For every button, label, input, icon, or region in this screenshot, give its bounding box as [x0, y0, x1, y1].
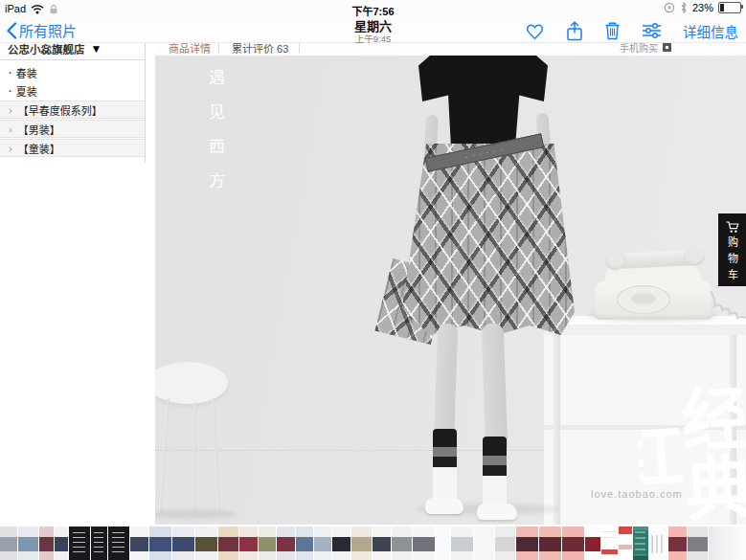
bluetooth-icon	[680, 2, 688, 13]
chevron-right-icon: ›	[9, 123, 12, 135]
photo-thumbnail[interactable]	[130, 526, 148, 560]
photo-thumbnail[interactable]	[259, 526, 276, 560]
chevron-right-icon: ›	[9, 143, 12, 154]
photo-thumbnail[interactable]	[495, 526, 515, 560]
photo-thumbnail[interactable]	[18, 526, 38, 560]
photo-thumbnail[interactable]	[601, 526, 618, 560]
strip-fade	[709, 526, 746, 560]
photo-thumbnail[interactable]	[688, 526, 708, 560]
chevron-right-icon: ›	[9, 104, 12, 116]
photo-thumbnail[interactable]	[619, 526, 632, 560]
photo-thumbnail[interactable]	[149, 526, 171, 560]
photo-thumbnail[interactable]	[451, 526, 473, 560]
status-bar: iPad 下午7:56 23%	[0, 0, 746, 19]
ipad-photos-app: iPad 下午7:56 23%	[0, 0, 746, 560]
chair-leg	[159, 398, 170, 513]
status-time: 下午7:56	[0, 3, 746, 18]
striped-sock	[433, 429, 457, 505]
calligraphy-text: 经典红	[634, 361, 746, 525]
table-leg	[554, 335, 560, 525]
photo-thumbnail[interactable]	[436, 526, 450, 560]
photo-thumbnail[interactable]	[649, 526, 667, 560]
photo-thumbnail[interactable]	[0, 526, 17, 560]
sidebar-divider	[145, 38, 146, 163]
sidebar-item-category[interactable]: ·夏装	[0, 82, 145, 100]
share-icon[interactable]	[566, 21, 583, 41]
photo-thumbnail[interactable]	[39, 526, 54, 560]
plaid-skirt	[402, 144, 575, 335]
cart-label: 购物车	[725, 236, 740, 285]
photo-thumbnail[interactable]	[562, 526, 584, 560]
hero-image: 遇见西方 ▽	[155, 56, 746, 525]
photo-thumbnail[interactable]	[413, 526, 435, 560]
nav-bar: 所有照片 星期六 上午9:45 详细信息	[0, 19, 746, 43]
chair-shadow	[155, 509, 237, 519]
photo-viewer-content[interactable]: 公忠小惢旗舰店 ▼ ·春装·夏装›【早春度假系列】›【男装】›【童装】 商品详情…	[0, 36, 746, 525]
photo-thumbnail[interactable]	[277, 526, 295, 560]
chair-leg	[193, 402, 196, 515]
thumbnail-strip[interactable]	[0, 525, 746, 560]
white-sneaker	[425, 498, 463, 514]
photo-thumbnail[interactable]	[633, 526, 648, 560]
favorite-heart-icon[interactable]	[525, 22, 545, 40]
photo-thumbnail[interactable]	[239, 526, 258, 560]
photo-thumbnail[interactable]	[373, 526, 391, 560]
photo-thumbnail[interactable]	[218, 526, 238, 560]
photo-thumbnail[interactable]	[351, 526, 372, 560]
photo-thumbnail[interactable]	[516, 526, 538, 560]
adjust-sliders-icon[interactable]	[642, 22, 662, 39]
photo-thumbnail[interactable]	[195, 526, 217, 560]
photo-thumbnail[interactable]	[296, 526, 313, 560]
photo-thumbnail[interactable]	[108, 526, 129, 560]
hero-vertical-slogan: 遇见西方	[203, 69, 227, 207]
photo-thumbnail[interactable]	[332, 526, 350, 560]
rotation-lock-icon	[664, 2, 675, 13]
bullet-icon: ·	[9, 67, 12, 78]
chair	[155, 362, 228, 404]
photo-thumbnail[interactable]	[69, 526, 90, 560]
white-sneaker	[477, 504, 517, 520]
photo-thumbnail[interactable]	[539, 526, 561, 560]
photo-thumbnail[interactable]	[392, 526, 412, 560]
photo-thumbnail[interactable]	[172, 526, 194, 560]
shopping-cart-tab[interactable]: 购物车	[718, 213, 746, 286]
photo-thumbnail[interactable]	[668, 526, 687, 560]
sidebar-item-section[interactable]: ›【男装】	[0, 120, 145, 138]
telephone-dial	[617, 285, 670, 314]
battery-percent: 23%	[692, 2, 713, 13]
table-edge	[544, 325, 746, 335]
model-right-leg	[482, 324, 509, 455]
sidebar-item-category[interactable]: ·春装	[0, 64, 145, 81]
photo-thumbnail[interactable]	[91, 526, 107, 560]
sidebar-item-section[interactable]: ›【童装】	[0, 139, 145, 157]
telephone-cord	[709, 285, 746, 324]
model-black-tee	[418, 56, 548, 144]
cart-icon	[725, 220, 740, 234]
store-sidebar: 公忠小惢旗舰店 ▼ ·春装·夏装›【早春度假系列】›【男装】›【童装】	[0, 36, 155, 525]
trash-icon[interactable]	[604, 21, 621, 40]
watermark: love.taobao.com	[591, 488, 746, 500]
details-button[interactable]: 详细信息	[683, 21, 738, 41]
photo-thumbnail[interactable]	[474, 526, 494, 560]
photo-thumbnail[interactable]	[314, 526, 331, 560]
photo-thumbnail[interactable]	[585, 526, 600, 560]
photo-thumbnail[interactable]	[55, 526, 68, 560]
bullet-icon: ·	[9, 85, 12, 97]
chair-leg	[212, 398, 220, 511]
battery-icon	[718, 2, 741, 13]
sidebar-item-section[interactable]: ›【早春度假系列】	[0, 101, 145, 119]
